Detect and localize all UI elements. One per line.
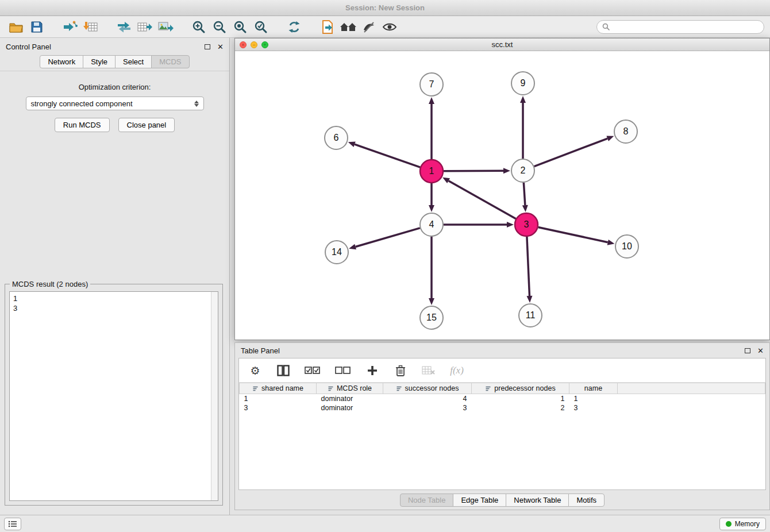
cell-name[interactable]: 1 — [569, 394, 618, 403]
export-table-button[interactable] — [134, 18, 155, 36]
add-column-icon[interactable] — [365, 363, 379, 379]
graph-node-3[interactable]: 3 — [515, 213, 538, 236]
zoom-in-icon — [192, 20, 206, 34]
deselect-all-columns-icon[interactable] — [335, 363, 351, 379]
window-zoom-icon[interactable]: + — [261, 41, 268, 48]
memory-button[interactable]: Memory — [719, 518, 766, 530]
control-panel-title: Control Panel — [6, 43, 51, 51]
cell-predecessor-nodes[interactable]: 1 — [472, 394, 569, 403]
graph-node-4[interactable]: 4 — [420, 213, 443, 236]
tab-network[interactable]: Network — [40, 55, 83, 68]
close-table-panel-icon[interactable]: ✕ — [757, 346, 764, 355]
graph-node-15[interactable]: 15 — [420, 306, 443, 329]
tab-edge-table[interactable]: Edge Table — [453, 494, 506, 507]
cell-predecessor-nodes[interactable]: 2 — [472, 403, 569, 413]
mcds-result-group: MCDS result (2 nodes) 1 3 — [5, 284, 223, 506]
import-table-button[interactable] — [80, 18, 101, 36]
float-table-panel-icon[interactable] — [745, 348, 750, 353]
control-panel-header: Control Panel ✕ — [0, 38, 229, 55]
show-hide-button[interactable] — [379, 18, 400, 36]
window-title: Session: New Session — [345, 3, 425, 12]
optimization-criterion-label: Optimization criterion: — [0, 83, 229, 91]
svg-text:6: 6 — [334, 133, 339, 142]
tab-mcds[interactable]: MCDS — [151, 55, 189, 68]
table-settings-gear-icon[interactable]: ⚙ — [248, 363, 262, 379]
save-session-button[interactable] — [26, 18, 47, 36]
tab-node-table[interactable]: Node Table — [400, 494, 454, 507]
delete-column-trash-icon[interactable] — [394, 363, 407, 379]
export-image-button[interactable] — [155, 18, 176, 36]
window-minimize-icon[interactable]: − — [251, 41, 257, 48]
graph-node-8[interactable]: 8 — [614, 120, 637, 143]
export-network-button[interactable] — [114, 18, 134, 36]
memory-status-icon — [726, 521, 732, 527]
tab-select[interactable]: Select — [115, 55, 152, 68]
column-header-shared-name[interactable]: shared name — [240, 383, 317, 394]
cell-name[interactable]: 3 — [569, 403, 618, 413]
zoom-out-button[interactable] — [209, 18, 230, 36]
close-panel-icon[interactable]: ✕ — [217, 43, 224, 51]
network-canvas-svg[interactable]: 7968124314101511 — [235, 51, 769, 340]
table-header-row: shared name MCDS role successor nodes pr… — [240, 383, 765, 394]
criterion-dropdown[interactable]: strongly connected component — [26, 97, 204, 110]
graph-node-14[interactable]: 14 — [325, 241, 348, 264]
mcds-result-area[interactable]: 1 3 — [9, 291, 218, 501]
open-session-button[interactable] — [6, 18, 26, 36]
graph-node-6[interactable]: 6 — [325, 126, 348, 149]
run-mcds-button[interactable]: Run MCDS — [55, 118, 110, 132]
zoom-selected-button[interactable] — [251, 18, 271, 36]
svg-text:7: 7 — [429, 79, 434, 89]
cell-successor-nodes[interactable]: 4 — [383, 394, 472, 403]
column-header-mcds-role[interactable]: MCDS role — [317, 383, 383, 394]
copy-view-icon — [321, 20, 334, 34]
column-header-name[interactable]: name — [569, 383, 618, 394]
export-table-icon — [137, 20, 153, 34]
cell-mcds-role[interactable]: dominator — [317, 403, 383, 413]
float-panel-icon[interactable] — [205, 44, 210, 49]
export-network-icon — [117, 21, 132, 33]
cell-shared-name[interactable]: 1 — [240, 394, 317, 403]
table-row[interactable]: 3dominator323 — [240, 403, 765, 413]
graph-node-1[interactable]: 1 — [420, 160, 443, 183]
style-button[interactable] — [359, 18, 379, 36]
copy-view-button[interactable] — [317, 18, 338, 36]
window-close-icon[interactable]: × — [240, 41, 247, 48]
tab-style[interactable]: Style — [83, 55, 116, 68]
refresh-button[interactable] — [284, 18, 305, 36]
zoom-fit-button[interactable] — [230, 18, 251, 36]
table-panel-body: ⚙ f(x) shared — [238, 358, 766, 490]
column-header-successor-nodes[interactable]: successor nodes — [383, 383, 472, 394]
tab-network-table[interactable]: Network Table — [506, 494, 569, 507]
list-icon — [8, 521, 17, 527]
column-header-filler — [618, 383, 765, 394]
zoom-in-button[interactable] — [188, 18, 209, 36]
task-history-button[interactable] — [4, 518, 21, 530]
import-network-button[interactable] — [60, 18, 80, 36]
graph-edges[interactable] — [348, 96, 615, 305]
select-all-columns-icon[interactable] — [305, 363, 321, 379]
graph-node-11[interactable]: 11 — [519, 304, 542, 327]
style-brush-icon — [362, 21, 376, 33]
svg-text:4: 4 — [429, 219, 434, 229]
column-header-predecessor-nodes[interactable]: predecessor nodes — [472, 383, 569, 394]
close-panel-button[interactable]: Close panel — [118, 118, 175, 132]
graph-node-2[interactable]: 2 — [511, 159, 534, 182]
cell-mcds-role[interactable]: dominator — [317, 394, 383, 403]
tab-motifs[interactable]: Motifs — [568, 494, 605, 507]
search-field[interactable] — [596, 20, 764, 34]
table-toolbar: ⚙ f(x) — [239, 358, 765, 383]
save-floppy-icon — [30, 21, 43, 33]
window-titlebar: Session: New Session — [0, 0, 770, 16]
column-layout-icon[interactable] — [276, 363, 290, 379]
network-canvas[interactable]: 7968124314101511 — [235, 51, 769, 340]
graph-node-9[interactable]: 9 — [511, 72, 534, 95]
cell-shared-name[interactable]: 3 — [240, 403, 317, 413]
result-scrollbar[interactable] — [211, 292, 218, 500]
graph-node-10[interactable]: 10 — [615, 235, 638, 258]
graph-node-7[interactable]: 7 — [420, 73, 443, 96]
cell-successor-nodes[interactable]: 3 — [383, 403, 472, 413]
network-overview-button[interactable] — [338, 18, 359, 36]
search-input[interactable] — [613, 22, 759, 31]
table-tabs: Node Table Edge Table Network Table Moti… — [235, 494, 769, 507]
table-row[interactable]: 1dominator411 — [240, 394, 765, 403]
